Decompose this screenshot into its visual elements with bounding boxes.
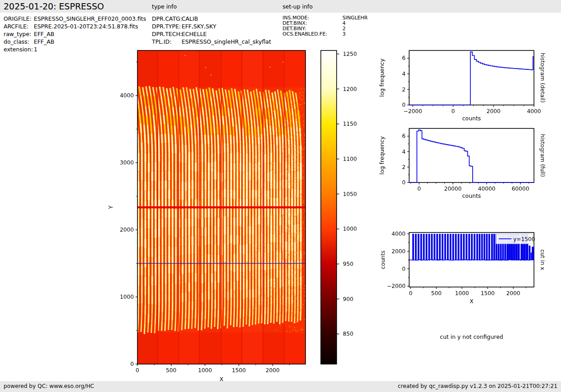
svg-text:counts: counts: [462, 192, 481, 199]
svg-text:2: 2: [402, 164, 406, 170]
svg-text:Y: Y: [107, 205, 114, 210]
cut-x-legend: y=1500: [496, 234, 535, 244]
svg-text:4: 4: [402, 71, 406, 77]
svg-text:2000: 2000: [265, 367, 279, 374]
svg-text:1250: 1250: [343, 51, 357, 57]
svg-text:0: 0: [402, 102, 406, 108]
hist_detail-plot: −20000200040000246countslog frequencyhis…: [379, 50, 546, 122]
svg-text:histogram (detail): histogram (detail): [539, 53, 546, 103]
svg-text:0: 0: [402, 179, 406, 186]
svg-text:1000: 1000: [198, 367, 212, 374]
svg-text:40000: 40000: [478, 186, 496, 192]
svg-text:X: X: [219, 376, 223, 383]
svg-text:1000: 1000: [455, 290, 469, 296]
svg-text:0: 0: [130, 361, 134, 367]
svg-text:2000: 2000: [487, 108, 501, 114]
svg-text:X: X: [470, 298, 474, 305]
svg-text:y=1500: y=1500: [513, 236, 535, 242]
svg-text:1000: 1000: [343, 226, 357, 232]
svg-text:4: 4: [402, 149, 406, 155]
svg-text:log frequency: log frequency: [379, 59, 385, 97]
svg-text:950: 950: [343, 261, 353, 267]
svg-text:1100: 1100: [343, 156, 357, 162]
cut_x-plot: 0500100015002000−2000020004000Xcountscut…: [379, 231, 546, 305]
footer-credit-right: created by qc_rawdisp.py v1.2.3 on 2025-…: [398, 383, 557, 389]
svg-text:850: 850: [343, 331, 353, 337]
svg-text:1000: 1000: [120, 294, 134, 300]
svg-text:−2000: −2000: [387, 283, 406, 289]
cut-y-note: cut in y not configured: [409, 333, 534, 340]
hist_full-plot: 02000040000600000246countslog frequencyh…: [379, 128, 546, 199]
colorbar-axis: 850900950100010501100115012001250: [321, 50, 357, 364]
svg-text:6: 6: [402, 55, 406, 61]
svg-text:2: 2: [402, 87, 406, 93]
svg-text:counts: counts: [462, 115, 481, 122]
svg-text:0: 0: [402, 266, 406, 272]
svg-text:2000: 2000: [506, 290, 520, 296]
svg-text:0: 0: [452, 108, 455, 114]
svg-text:6: 6: [402, 133, 406, 139]
svg-text:histogram (full): histogram (full): [539, 134, 546, 177]
svg-text:2000: 2000: [392, 248, 406, 255]
svg-text:1200: 1200: [343, 86, 357, 92]
svg-text:500: 500: [431, 290, 442, 296]
svg-text:3000: 3000: [120, 160, 134, 166]
svg-text:log frequency: log frequency: [379, 137, 385, 175]
svg-text:4000: 4000: [392, 231, 406, 237]
svg-text:0: 0: [409, 290, 413, 296]
svg-text:60000: 60000: [512, 186, 529, 192]
footer-credit-left: powered by QC: www.eso.org/HC: [4, 383, 94, 389]
svg-text:20000: 20000: [444, 186, 462, 192]
hist_full-curve: [409, 130, 534, 182]
svg-text:1050: 1050: [343, 191, 357, 197]
svg-text:900: 900: [343, 296, 353, 302]
svg-text:0: 0: [417, 186, 421, 192]
svg-text:4000: 4000: [527, 108, 541, 114]
svg-text:counts: counts: [379, 251, 386, 269]
svg-text:2000: 2000: [120, 227, 134, 233]
svg-text:1500: 1500: [232, 367, 246, 374]
svg-text:1500: 1500: [481, 290, 495, 296]
svg-text:0: 0: [136, 367, 139, 374]
raw_image-plot: 050010001500200001000200030004000XY: [107, 50, 306, 383]
svg-text:cut in x: cut in x: [539, 249, 546, 270]
svg-text:4000: 4000: [120, 92, 134, 99]
hist_detail-curve: [409, 52, 534, 105]
svg-text:500: 500: [166, 367, 176, 374]
svg-text:−2000: −2000: [403, 108, 422, 114]
svg-text:1150: 1150: [343, 121, 357, 127]
